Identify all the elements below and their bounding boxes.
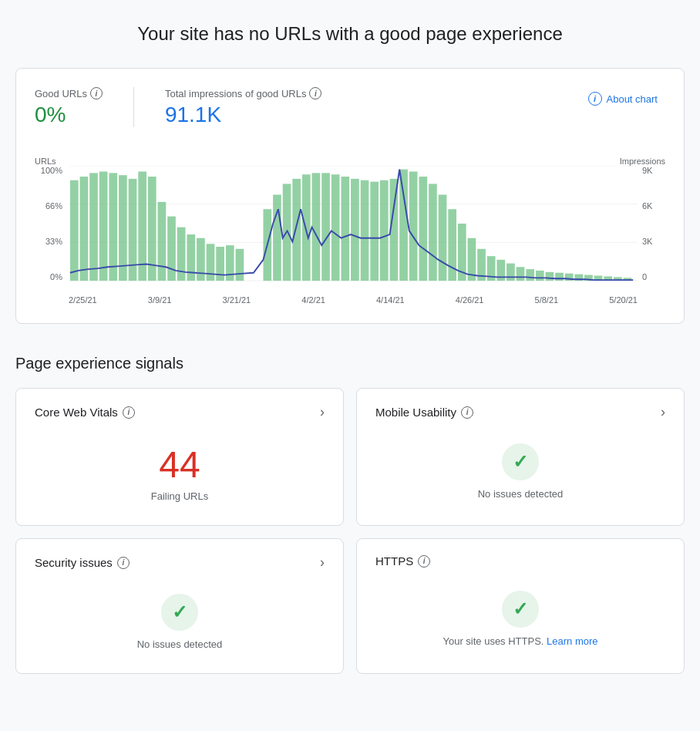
svg-rect-49 xyxy=(526,269,534,281)
security-issues-body: ✓ No issues detected xyxy=(35,586,325,658)
core-web-vitals-title: Core Web Vitals i xyxy=(35,406,135,419)
signals-section-title: Page experience signals xyxy=(15,355,685,372)
svg-rect-40 xyxy=(439,195,447,281)
svg-rect-37 xyxy=(409,172,418,281)
core-web-vitals-card[interactable]: Core Web Vitals i › 44 Failing URLs xyxy=(15,388,344,526)
svg-rect-26 xyxy=(302,174,311,281)
svg-rect-31 xyxy=(351,179,359,281)
core-web-vitals-info-icon[interactable]: i xyxy=(123,406,135,419)
failing-urls-label: Failing URLs xyxy=(151,490,208,502)
svg-rect-48 xyxy=(517,267,525,281)
svg-rect-5 xyxy=(80,177,89,281)
svg-rect-15 xyxy=(177,227,186,281)
svg-rect-27 xyxy=(312,173,321,281)
y-axis-left-labels: 100% 66% 33% 0% xyxy=(35,166,66,281)
https-header: HTTPS i xyxy=(375,554,665,568)
svg-rect-17 xyxy=(197,238,205,281)
mobile-usability-info-icon[interactable]: i xyxy=(461,406,473,419)
svg-rect-23 xyxy=(273,195,281,281)
svg-rect-4 xyxy=(70,180,79,281)
metric-impressions-label: Total impressions of good URLs i xyxy=(165,87,322,99)
security-issues-chevron-icon: › xyxy=(320,554,325,571)
svg-rect-8 xyxy=(109,173,117,281)
svg-rect-29 xyxy=(331,174,340,281)
core-web-vitals-chevron-icon: › xyxy=(320,404,325,420)
metric-impressions: Total impressions of good URLs i 91.1K xyxy=(133,87,322,127)
x-axis-labels: 2/25/21 3/9/21 3/21/21 4/2/21 4/14/21 4/… xyxy=(69,295,638,305)
svg-rect-14 xyxy=(167,217,176,281)
security-issues-check-circle: ✓ xyxy=(161,594,198,631)
svg-rect-39 xyxy=(429,184,437,281)
security-issues-header: Security issues i › xyxy=(35,554,325,571)
svg-rect-28 xyxy=(321,173,330,281)
mobile-usability-title: Mobile Usability i xyxy=(375,406,473,419)
svg-rect-7 xyxy=(99,172,108,281)
svg-rect-38 xyxy=(419,177,427,281)
signals-grid: Core Web Vitals i › 44 Failing URLs Mobi… xyxy=(15,388,685,674)
about-chart-button[interactable]: i About chart xyxy=(581,87,666,110)
svg-rect-19 xyxy=(216,247,224,281)
y-axis-right-title: Impressions xyxy=(620,157,665,166)
mobile-usability-header: Mobile Usability i › xyxy=(375,404,665,420)
svg-rect-21 xyxy=(236,249,244,281)
https-title: HTTPS i xyxy=(375,554,430,568)
mobile-usability-body: ✓ No issues detected xyxy=(375,436,665,507)
signals-section: Page experience signals Core Web Vitals … xyxy=(15,355,685,674)
security-issues-info-icon[interactable]: i xyxy=(117,557,130,569)
svg-rect-30 xyxy=(341,177,349,281)
chart-svg xyxy=(69,166,638,281)
metrics-row: Good URLs i 0% Total impressions of good… xyxy=(35,87,665,127)
impressions-info-icon[interactable]: i xyxy=(309,87,321,99)
https-check-icon: ✓ xyxy=(513,598,528,620)
y-axis-right-labels: 9K 6K 3K 0 xyxy=(639,166,665,281)
good-urls-info-icon[interactable]: i xyxy=(90,87,103,99)
mobile-usability-chevron-icon: › xyxy=(661,404,665,420)
https-learn-more-link[interactable]: Learn more xyxy=(547,635,597,647)
page-title: Your site has no URLs with a good page e… xyxy=(15,23,685,45)
svg-rect-6 xyxy=(89,173,98,281)
failing-urls-count: 44 xyxy=(159,443,200,486)
mobile-usability-status: No issues detected xyxy=(478,488,564,500)
svg-rect-51 xyxy=(546,272,554,281)
mobile-usability-check-icon: ✓ xyxy=(513,451,528,473)
mobile-usability-card[interactable]: Mobile Usability i › ✓ No issues detecte… xyxy=(356,388,685,526)
svg-rect-34 xyxy=(380,180,389,281)
about-chart-label: About chart xyxy=(607,93,658,105)
metric-good-urls-value: 0% xyxy=(35,103,103,127)
svg-rect-36 xyxy=(399,170,408,281)
metric-good-urls-label: Good URLs i xyxy=(35,87,103,99)
https-card[interactable]: HTTPS i ✓ Your site uses HTTPS. Learn mo… xyxy=(356,538,685,674)
svg-rect-33 xyxy=(370,182,379,281)
svg-rect-47 xyxy=(506,264,515,281)
chart-area: URLs 100% 66% 33% 0% Impressions 9K 6K 3… xyxy=(35,143,665,305)
info-circle-icon: i xyxy=(588,92,602,106)
chart-card: Good URLs i 0% Total impressions of good… xyxy=(15,68,685,324)
core-web-vitals-header: Core Web Vitals i › xyxy=(35,404,325,420)
svg-rect-25 xyxy=(292,179,301,281)
https-check-circle: ✓ xyxy=(502,591,539,628)
https-body: ✓ Your site uses HTTPS. Learn more xyxy=(375,583,665,655)
metric-impressions-value: 91.1K xyxy=(165,103,322,127)
svg-rect-9 xyxy=(119,175,127,281)
https-info-icon[interactable]: i xyxy=(418,555,430,568)
security-issues-card[interactable]: Security issues i › ✓ No issues detected xyxy=(15,538,344,674)
svg-rect-18 xyxy=(207,244,215,281)
svg-rect-52 xyxy=(555,273,564,281)
security-issues-status: No issues detected xyxy=(137,638,223,650)
svg-rect-32 xyxy=(361,180,369,281)
core-web-vitals-body: 44 Failing URLs xyxy=(35,436,325,510)
https-status: Your site uses HTTPS. Learn more xyxy=(443,635,597,647)
y-axis-left-title: URLs xyxy=(35,157,56,166)
security-issues-title: Security issues i xyxy=(35,556,130,569)
mobile-usability-check-circle: ✓ xyxy=(502,443,539,480)
svg-rect-13 xyxy=(158,202,167,281)
svg-rect-16 xyxy=(187,234,195,281)
svg-rect-50 xyxy=(536,271,544,281)
security-issues-check-icon: ✓ xyxy=(172,601,187,623)
metric-good-urls: Good URLs i 0% xyxy=(35,87,103,127)
